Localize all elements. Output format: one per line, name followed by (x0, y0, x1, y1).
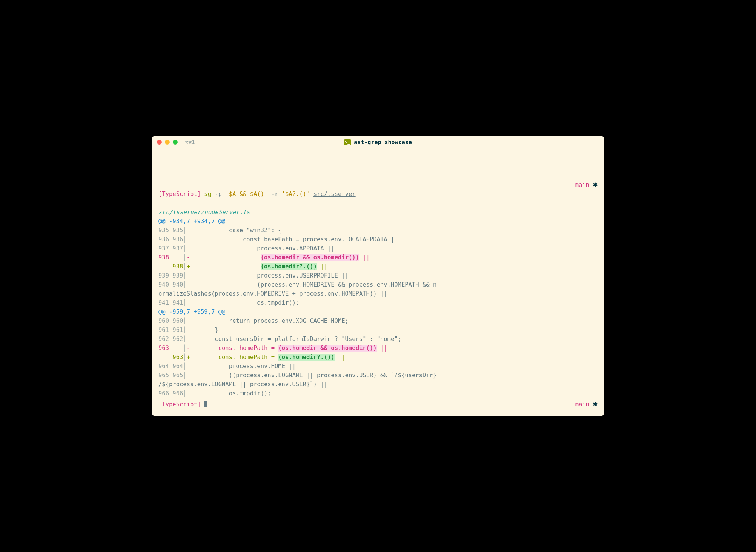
code-line (190, 263, 261, 270)
line-num-add: 938 (172, 263, 183, 270)
line-num: 961 (158, 327, 169, 333)
terminal-body[interactable]: [TypeScript] sg -p '$A && $A()' -r '$A?.… (152, 149, 604, 416)
line-num: 935 (158, 227, 169, 234)
code-line: os.tmpdir(); (187, 299, 300, 306)
code-line: return process.env.XDG_CACHE_HOME; (187, 318, 349, 324)
code-line: const homePath = (190, 345, 278, 352)
code-line: || (317, 263, 327, 270)
line-num: 964 (172, 363, 183, 370)
line-num: 936 (158, 236, 169, 243)
line-num: 960 (172, 318, 183, 324)
added-highlight: (os.homedir?.()) (278, 354, 334, 361)
code-line: process.env.APPDATA || (187, 245, 335, 252)
code-line: process.env.HOME || (187, 363, 296, 370)
replace-arg: '$A?.()' (282, 191, 310, 197)
maximize-icon[interactable] (173, 140, 178, 145)
pattern-arg: '$A && $A()' (225, 191, 267, 197)
line-num: 936 (172, 236, 183, 243)
diff-sign: + (187, 263, 190, 270)
deleted-highlight: (os.homedir && os.homedir()) (261, 254, 359, 261)
diff-sign: + (187, 354, 190, 361)
line-num: 939 (172, 272, 183, 279)
code-line: } (187, 327, 218, 333)
git-branch: main (575, 180, 589, 190)
file-path: src/tsserver/nodeServer.ts (158, 209, 250, 216)
code-line: process.env.USERPROFILE || (187, 272, 349, 279)
prompt-lang: [TypeScript] (158, 191, 201, 197)
terminal-icon: >_ (344, 139, 351, 145)
line-num: 937 (158, 245, 169, 252)
line-num: 935 (172, 227, 183, 234)
line-num: 966 (172, 390, 183, 397)
window-title-text: ast-grep showcase (354, 139, 412, 146)
git-branch: main (575, 400, 589, 409)
code-line: || (335, 354, 345, 361)
code-line: case "win32": { (187, 227, 282, 234)
prompt-line: [TypeScript] sg -p '$A && $A()' -r '$A?.… (158, 179, 598, 199)
traffic-lights (157, 140, 178, 145)
minimize-icon[interactable] (165, 140, 170, 145)
line-num: 962 (172, 336, 183, 342)
titlebar: ⌥⌘1 >_ ast-grep showcase (152, 136, 604, 149)
deleted-highlight: (os.homedir && os.homedir()) (278, 345, 376, 352)
code-line: (process.env.HOMEDRIVE && process.env.HO… (187, 281, 437, 288)
line-num (172, 345, 183, 352)
line-num-del: 963 (158, 345, 169, 352)
code-line: || (377, 345, 387, 352)
git-dirty-icon: ✱ (593, 179, 598, 190)
code-line: const basePath = process.env.LOCALAPPDAT… (187, 236, 398, 243)
cursor-icon (204, 401, 207, 407)
code-line-wrap: ormalizeSlashes(process.env.HOMEDRIVE + … (158, 290, 387, 297)
line-num (158, 263, 169, 270)
line-num: 960 (158, 318, 169, 324)
code-line: os.tmpdir(); (187, 390, 271, 397)
line-num: 966 (158, 390, 169, 397)
code-line-wrap: /${process.env.LOGNAME || process.env.US… (158, 381, 327, 388)
prompt-lang: [TypeScript] (158, 401, 201, 408)
tab-shortcut-label: ⌥⌘1 (185, 139, 195, 145)
added-highlight: (os.homedir?.()) (261, 263, 317, 270)
code-line: const homePath = (190, 354, 278, 361)
diff-sign: - (187, 254, 190, 261)
code-line (190, 254, 261, 261)
hunk-header: @@ -934,7 +934,7 @@ (158, 218, 225, 225)
line-num-add: 963 (172, 354, 183, 361)
line-num-del: 938 (158, 254, 169, 261)
hunk-header: @@ -959,7 +959,7 @@ (158, 308, 225, 315)
path-arg: src/tsserver (313, 191, 356, 197)
line-num: 965 (158, 372, 169, 379)
prompt-line: [TypeScript] main✱ (158, 398, 598, 410)
window-title: >_ ast-grep showcase (344, 139, 412, 146)
code-line: const usersDir = platformIsDarwin ? "Use… (187, 336, 401, 342)
line-num: 965 (172, 372, 183, 379)
line-num: 941 (158, 299, 169, 306)
close-icon[interactable] (157, 140, 162, 145)
command-name: sg (204, 191, 211, 197)
git-dirty-icon: ✱ (593, 398, 598, 410)
line-num: 962 (158, 336, 169, 342)
flag-pattern: -p (215, 191, 222, 197)
line-num: 937 (172, 245, 183, 252)
code-line: ((process.env.LOGNAME || process.env.USE… (187, 372, 437, 379)
line-num: 940 (158, 281, 169, 288)
line-num: 941 (172, 299, 183, 306)
diff-sign: - (187, 345, 190, 352)
line-num: 939 (158, 272, 169, 279)
line-num: 961 (172, 327, 183, 333)
flag-replace: -r (271, 191, 278, 197)
line-num: 940 (172, 281, 183, 288)
line-num (158, 354, 169, 361)
terminal-window: ⌥⌘1 >_ ast-grep showcase [TypeScript] sg… (152, 136, 604, 416)
code-line: || (359, 254, 370, 261)
line-num: 964 (158, 363, 169, 370)
line-num (172, 254, 183, 261)
